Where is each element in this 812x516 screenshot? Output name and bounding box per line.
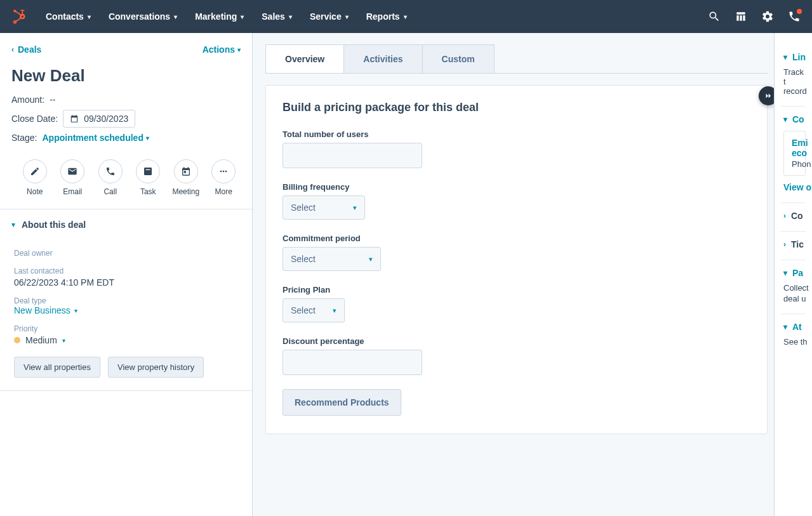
notification-dot: [797, 9, 802, 14]
call-icon: [105, 166, 116, 176]
view-associated-link[interactable]: View o: [783, 182, 806, 192]
task-button[interactable]: Task: [134, 159, 163, 196]
expand-sidebar-button[interactable]: [759, 86, 774, 105]
tab-overview[interactable]: Overview: [265, 44, 344, 73]
contact-name: Emi: [792, 138, 797, 148]
top-nav: Contacts▾ Conversations▾ Marketing▾ Sale…: [0, 0, 812, 33]
back-label: Deals: [18, 44, 41, 55]
more-button[interactable]: More: [210, 159, 239, 196]
close-date-picker[interactable]: 09/30/2023: [63, 110, 135, 128]
payments-text2: deal u: [783, 294, 806, 303]
amount-value: --: [50, 95, 55, 105]
chevron-down-icon: ▾: [369, 255, 373, 263]
brand-logo[interactable]: [11, 8, 28, 25]
line-items-toggle[interactable]: ▾Lin: [783, 52, 806, 62]
stage-dropdown[interactable]: Appointment scheduled▾: [42, 133, 149, 143]
tab-custom[interactable]: Custom: [423, 44, 495, 73]
contact-card[interactable]: Emi eco Phon: [783, 131, 806, 176]
users-label: Total number of users: [283, 129, 750, 139]
nav-label: Conversations: [109, 11, 170, 22]
chevron-down-icon: ▾: [783, 268, 787, 277]
call-button[interactable]: Call: [96, 159, 125, 196]
companies-title: Co: [791, 211, 803, 221]
svg-point-5: [223, 171, 225, 173]
chevron-down-icon: ▾: [353, 204, 357, 212]
close-date-value: 09/30/2023: [84, 114, 128, 124]
deal-type-dropdown[interactable]: New Business▾: [14, 305, 238, 315]
top-icons: [708, 10, 801, 23]
nav-label: Reports: [366, 11, 400, 22]
marketplace-icon[interactable]: [735, 10, 747, 23]
nav-conversations[interactable]: Conversations▾: [109, 11, 177, 22]
recommend-products-button[interactable]: Recommend Products: [283, 389, 401, 416]
svg-point-6: [225, 171, 227, 173]
actions-dropdown[interactable]: Actions▾: [203, 44, 241, 55]
payments-title: Pa: [792, 268, 803, 278]
attachments-text: See th: [783, 337, 806, 347]
calendar-icon: [70, 114, 79, 123]
nav-label: Service: [310, 11, 342, 22]
nav-marketing[interactable]: Marketing▾: [195, 11, 244, 22]
contact-phone: Phon: [792, 159, 797, 169]
priority-dropdown[interactable]: Medium ▾: [14, 335, 238, 345]
priority-label: Priority: [14, 324, 238, 333]
nav-service[interactable]: Service▾: [310, 11, 349, 22]
task-icon: [143, 166, 153, 176]
nav-contacts[interactable]: Contacts▾: [46, 11, 91, 22]
chevron-down-icon: ▾: [783, 115, 787, 124]
deal-owner-label: Deal owner: [14, 249, 238, 258]
nav-label: Contacts: [46, 11, 84, 22]
quick-actions: Note Email Call Task Meeting More: [11, 148, 241, 209]
nav-reports[interactable]: Reports▾: [366, 11, 407, 22]
contacts-toggle[interactable]: ▾Co: [783, 114, 806, 124]
chevron-down-icon: ▾: [404, 13, 407, 20]
chevron-down-icon: ▾: [241, 13, 244, 20]
meeting-icon: [181, 166, 191, 176]
payments-toggle[interactable]: ▾Pa: [783, 268, 806, 278]
contact-email: eco: [792, 148, 797, 158]
billing-label: Billing frequency: [283, 182, 750, 192]
main-content: Overview Activities Custom Build a prici…: [253, 33, 774, 516]
stage-label: Stage:: [11, 133, 37, 143]
payments-text: Collect: [783, 283, 806, 293]
deal-type-value: New Business: [14, 305, 70, 315]
close-date-label: Close Date:: [11, 114, 58, 124]
commitment-select[interactable]: Select▾: [283, 247, 381, 271]
billing-select[interactable]: Select▾: [283, 195, 365, 220]
svg-point-1: [22, 15, 23, 17]
close-date-row: Close Date: 09/30/2023: [11, 110, 241, 128]
attachments-toggle[interactable]: ▾At: [783, 322, 806, 332]
action-label: Email: [63, 187, 82, 196]
chevron-down-icon: ▾: [345, 13, 349, 20]
double-chevron-right-icon: [764, 91, 773, 100]
chevron-down-icon: ▾: [289, 13, 292, 20]
deal-type-label: Deal type: [14, 296, 238, 305]
hubspot-icon: [11, 8, 28, 25]
priority-dot-icon: [14, 337, 20, 343]
about-deal-toggle[interactable]: ▾ About this deal: [0, 209, 252, 236]
nav-sales[interactable]: Sales▾: [262, 11, 292, 22]
chevron-down-icon: ▾: [146, 135, 149, 142]
note-button[interactable]: Note: [20, 159, 50, 196]
calling-icon[interactable]: [788, 10, 801, 23]
email-button[interactable]: Email: [58, 159, 88, 196]
companies-toggle[interactable]: ›Co: [783, 211, 806, 221]
meeting-button[interactable]: Meeting: [171, 159, 201, 196]
tab-activities[interactable]: Activities: [344, 44, 422, 73]
discount-label: Discount percentage: [283, 336, 750, 346]
chevron-down-icon: ▾: [783, 53, 787, 62]
tab-bar: Overview Activities Custom: [265, 44, 768, 74]
action-label: Note: [27, 187, 43, 196]
discount-input[interactable]: [283, 350, 422, 375]
action-label: Call: [103, 187, 117, 196]
view-property-history-button[interactable]: View property history: [108, 357, 204, 378]
settings-icon[interactable]: [761, 10, 774, 23]
plan-select[interactable]: Select▾: [283, 298, 345, 322]
view-all-properties-button[interactable]: View all properties: [14, 357, 100, 378]
email-icon: [67, 166, 77, 176]
tickets-toggle[interactable]: ›Tic: [783, 239, 806, 249]
search-icon[interactable]: [708, 10, 721, 23]
right-sidebar: ▾Lin Track t record ▾Co Emi eco Phon Vie…: [774, 33, 812, 516]
users-input[interactable]: [283, 143, 422, 168]
back-deals-link[interactable]: ‹Deals: [11, 44, 41, 55]
